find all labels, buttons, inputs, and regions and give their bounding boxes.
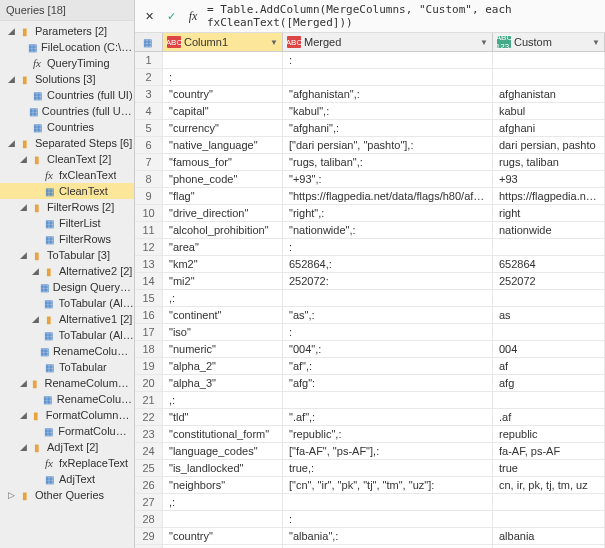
cell[interactable]: republic bbox=[493, 426, 605, 442]
cell[interactable]: "republic",: bbox=[283, 426, 493, 442]
tree-item[interactable]: ▦Countries bbox=[0, 119, 134, 135]
table-row[interactable]: 19"alpha_2""af",:af bbox=[135, 358, 605, 375]
tree-item[interactable]: ▷▮Other Queries bbox=[0, 487, 134, 503]
tree-item[interactable]: ▦FormatColumns bbox=[0, 423, 134, 439]
column-header-custom[interactable]: ABC 123 Custom ▼ bbox=[493, 33, 605, 51]
tree-item[interactable]: fxfxCleanText bbox=[0, 167, 134, 183]
table-row[interactable]: 9"flag""https://flagpedia.net/data/flags… bbox=[135, 188, 605, 205]
cell[interactable]: : bbox=[283, 239, 493, 255]
table-row[interactable]: 4"capital""kabul",:kabul bbox=[135, 103, 605, 120]
cell[interactable] bbox=[493, 392, 605, 408]
table-row[interactable]: 16"continent""as",:as bbox=[135, 307, 605, 324]
cell[interactable] bbox=[283, 69, 493, 85]
table-row[interactable]: 2: bbox=[135, 69, 605, 86]
cell[interactable]: ".af",: bbox=[283, 409, 493, 425]
cell[interactable] bbox=[493, 324, 605, 340]
table-row[interactable]: 13"km2"652864,:652864 bbox=[135, 256, 605, 273]
cell[interactable]: af bbox=[493, 358, 605, 374]
cell[interactable]: "native_language" bbox=[163, 137, 283, 153]
toggle-icon[interactable]: ◢ bbox=[20, 410, 29, 420]
cell[interactable]: "rugs, taliban",: bbox=[283, 154, 493, 170]
toggle-icon[interactable]: ◢ bbox=[20, 154, 30, 164]
cell[interactable]: +93 bbox=[493, 171, 605, 187]
tree-item[interactable]: ◢▮AdjText [2] bbox=[0, 439, 134, 455]
cell[interactable]: 652864,: bbox=[283, 256, 493, 272]
cell[interactable]: "nationwide",: bbox=[283, 222, 493, 238]
tree-item[interactable]: ◢▮FormatColumns [1] bbox=[0, 407, 134, 423]
cell[interactable] bbox=[283, 494, 493, 510]
table-row[interactable]: 23"constitutional_form""republic",:repub… bbox=[135, 426, 605, 443]
cell[interactable] bbox=[163, 52, 283, 68]
cell[interactable]: .af bbox=[493, 409, 605, 425]
cell[interactable] bbox=[493, 52, 605, 68]
tree-item[interactable]: ▦RenameColumns (A... bbox=[0, 343, 134, 359]
cell[interactable]: nationwide bbox=[493, 222, 605, 238]
cell[interactable] bbox=[283, 290, 493, 306]
cell[interactable]: ["cn", "ir", "pk", "tj", "tm", "uz"]: bbox=[283, 477, 493, 493]
table-row[interactable]: 21,: bbox=[135, 392, 605, 409]
confirm-icon[interactable]: ✓ bbox=[163, 8, 179, 24]
table-row[interactable]: 1: bbox=[135, 52, 605, 69]
tree-item[interactable]: fxQueryTiming bbox=[0, 55, 134, 71]
cell[interactable] bbox=[493, 494, 605, 510]
table-row[interactable]: 3"country""afghanistan",:afghanistan bbox=[135, 86, 605, 103]
table-row[interactable]: 18"numeric""004",:004 bbox=[135, 341, 605, 358]
tree-item[interactable]: ▦RenameColumns bbox=[0, 391, 134, 407]
tree-item[interactable]: ◢▮Parameters [2] bbox=[0, 23, 134, 39]
cell[interactable]: cn, ir, pk, tj, tm, uz bbox=[493, 477, 605, 493]
cell[interactable]: "flag" bbox=[163, 188, 283, 204]
tree-item[interactable]: ▦Countries (full UI) bbox=[0, 87, 134, 103]
cell[interactable]: "drive_direction" bbox=[163, 205, 283, 221]
formula-text[interactable]: = Table.AddColumn(MergeColumns, "Custom"… bbox=[207, 3, 599, 29]
cell[interactable] bbox=[493, 239, 605, 255]
cell[interactable]: "https://flagpedia.net/data/flags/h80/af… bbox=[283, 188, 493, 204]
toggle-icon[interactable]: ◢ bbox=[20, 202, 30, 212]
cell[interactable]: "language_codes" bbox=[163, 443, 283, 459]
tree-item[interactable]: ◢▮ToTabular [3] bbox=[0, 247, 134, 263]
cell[interactable]: dari persian, pashto bbox=[493, 137, 605, 153]
tree-item[interactable]: ▦FilterList bbox=[0, 215, 134, 231]
table-row[interactable]: 27,: bbox=[135, 494, 605, 511]
cell[interactable]: "currency" bbox=[163, 120, 283, 136]
cell[interactable]: 252072: bbox=[283, 273, 493, 289]
table-row[interactable]: 22"tld"".af",:.af bbox=[135, 409, 605, 426]
cell[interactable]: afghanistan bbox=[493, 86, 605, 102]
cell[interactable]: ,: bbox=[163, 290, 283, 306]
cell[interactable]: "country" bbox=[163, 528, 283, 544]
tree-item[interactable]: ▦Design Query_Trans... bbox=[0, 279, 134, 295]
cell[interactable]: 252072 bbox=[493, 273, 605, 289]
cell[interactable]: "neighbors" bbox=[163, 477, 283, 493]
dropdown-icon[interactable]: ▼ bbox=[270, 38, 278, 47]
tree-item[interactable]: ▦FilterRows bbox=[0, 231, 134, 247]
cell[interactable] bbox=[163, 511, 283, 527]
cell[interactable]: https://flagpedia.net/data/flags/h80/af.… bbox=[493, 188, 605, 204]
tree-item[interactable]: ▦FileLocation (C:\Users\l... bbox=[0, 39, 134, 55]
toggle-icon[interactable]: ◢ bbox=[32, 266, 42, 276]
table-row[interactable]: 11"alcohol_prohibition""nationwide",:nat… bbox=[135, 222, 605, 239]
cell[interactable] bbox=[283, 392, 493, 408]
table-row[interactable]: 20"alpha_3""afg":afg bbox=[135, 375, 605, 392]
cell[interactable] bbox=[493, 290, 605, 306]
cell[interactable]: "alpha_2" bbox=[163, 358, 283, 374]
table-row[interactable]: 28: bbox=[135, 511, 605, 528]
column-header-merged[interactable]: ABC Merged ▼ bbox=[283, 33, 493, 51]
table-row[interactable]: 25"is_landlocked"true,:true bbox=[135, 460, 605, 477]
tree-item[interactable]: ▦ToTabular (Alt2) bbox=[0, 295, 134, 311]
cell[interactable]: "iso" bbox=[163, 324, 283, 340]
cell[interactable]: "kabul",: bbox=[283, 103, 493, 119]
cell[interactable]: kabul bbox=[493, 103, 605, 119]
table-row[interactable]: 29"country""albania",:albania bbox=[135, 528, 605, 545]
toggle-icon[interactable]: ◢ bbox=[20, 378, 29, 388]
cell[interactable]: afg bbox=[493, 375, 605, 391]
cell[interactable]: true bbox=[493, 460, 605, 476]
table-row[interactable]: 26"neighbors"["cn", "ir", "pk", "tj", "t… bbox=[135, 477, 605, 494]
cell[interactable]: ,: bbox=[163, 392, 283, 408]
cell[interactable]: "alcohol_prohibition" bbox=[163, 222, 283, 238]
cell[interactable]: "mi2" bbox=[163, 273, 283, 289]
column-header-column1[interactable]: ABC Column1 ▼ bbox=[163, 33, 283, 51]
toggle-icon[interactable]: ◢ bbox=[8, 74, 18, 84]
cell[interactable]: "is_landlocked" bbox=[163, 460, 283, 476]
cell[interactable]: "capital" bbox=[163, 103, 283, 119]
cell[interactable]: "phone_code" bbox=[163, 171, 283, 187]
tree-item[interactable]: ▦Countries (full UI) with... bbox=[0, 103, 134, 119]
